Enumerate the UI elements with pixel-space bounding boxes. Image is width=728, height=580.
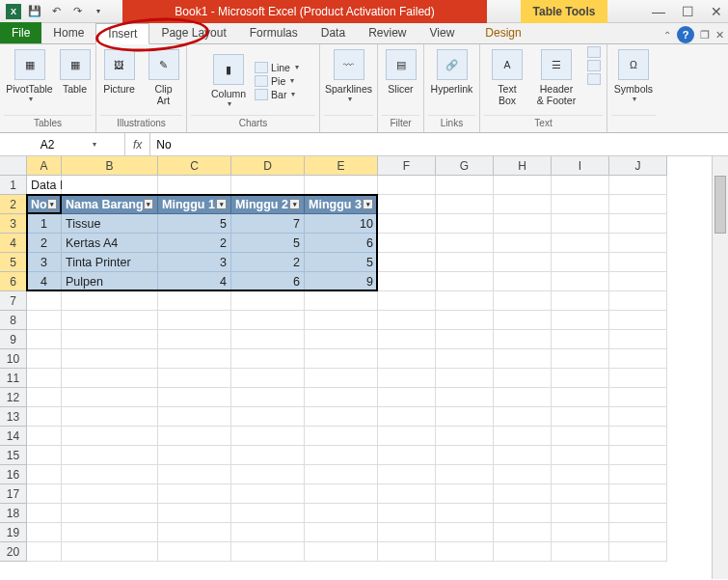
row-header-4[interactable]: 4 [0, 234, 27, 253]
cell-D11[interactable] [231, 369, 305, 388]
cell-E16[interactable] [305, 465, 378, 484]
cell-A16[interactable] [27, 465, 62, 484]
cell-I19[interactable] [552, 523, 609, 542]
qat-dropdown-icon[interactable]: ▾ [91, 4, 106, 19]
cell-F20[interactable] [378, 542, 436, 562]
cell-D9[interactable] [231, 330, 305, 349]
cell-G6[interactable] [436, 272, 494, 291]
cell-B12[interactable] [62, 388, 158, 407]
cell-E20[interactable] [305, 542, 378, 562]
cell-F19[interactable] [378, 523, 436, 542]
row-header-5[interactable]: 5 [0, 253, 27, 272]
row-header-12[interactable]: 12 [0, 388, 27, 407]
cell-C17[interactable] [158, 484, 231, 504]
column-header-E[interactable]: E [305, 156, 378, 176]
cell-C10[interactable] [158, 349, 231, 369]
bar-chart-button[interactable]: Bar▾ [255, 89, 299, 100]
cell-D18[interactable] [231, 504, 305, 523]
tab-file[interactable]: File [0, 22, 41, 43]
name-box-dropdown-icon[interactable]: ▾ [93, 140, 96, 149]
cell-B8[interactable] [62, 311, 158, 330]
cell-D3[interactable]: 7 [231, 214, 305, 234]
cell-E10[interactable] [305, 349, 378, 369]
cell-C16[interactable] [158, 465, 231, 484]
cell-G12[interactable] [436, 388, 494, 407]
cell-I13[interactable] [552, 407, 609, 427]
cell-I12[interactable] [552, 388, 609, 407]
tab-design[interactable]: Design [473, 22, 532, 43]
minimize-ribbon-icon[interactable]: ⌃ [663, 30, 671, 41]
cell-I7[interactable] [552, 291, 609, 311]
fx-icon[interactable]: fx [125, 133, 150, 155]
cell-G10[interactable] [436, 349, 494, 369]
row-header-20[interactable]: 20 [0, 542, 27, 562]
cell-C18[interactable] [158, 504, 231, 523]
pivot-table-button[interactable]: ▦PivotTable▾ [4, 46, 56, 106]
cell-I4[interactable] [552, 234, 609, 253]
cell-H6[interactable] [494, 272, 552, 291]
cell-B2[interactable]: Nama Barang▾ [62, 195, 158, 214]
cell-B6[interactable]: Pulpen [62, 272, 158, 291]
cell-H17[interactable] [494, 484, 552, 504]
cell-E8[interactable] [305, 311, 378, 330]
filter-dropdown-icon[interactable]: ▾ [47, 199, 57, 209]
hyperlink-button[interactable]: 🔗Hyperlink [426, 46, 478, 97]
cell-H1[interactable] [494, 176, 552, 195]
cell-J6[interactable] [609, 272, 667, 291]
row-header-14[interactable]: 14 [0, 427, 27, 446]
cell-B11[interactable] [62, 369, 158, 388]
cell-E19[interactable] [305, 523, 378, 542]
cell-E3[interactable]: 10 [305, 214, 378, 234]
cell-J2[interactable] [609, 195, 667, 214]
cell-F13[interactable] [378, 407, 436, 427]
cell-D16[interactable] [231, 465, 305, 484]
cell-F16[interactable] [378, 465, 436, 484]
help-icon[interactable]: ? [677, 26, 694, 43]
tab-review[interactable]: Review [357, 22, 418, 43]
cell-D14[interactable] [231, 427, 305, 446]
cell-B19[interactable] [62, 523, 158, 542]
pie-chart-button[interactable]: Pie▾ [255, 75, 299, 87]
cell-G13[interactable] [436, 407, 494, 427]
cell-F12[interactable] [378, 388, 436, 407]
maximize-button[interactable]: ☐ [680, 4, 695, 19]
cell-C15[interactable] [158, 446, 231, 465]
close-workbook-icon[interactable]: ✕ [715, 29, 724, 41]
cell-A1[interactable]: Data Pembelian [27, 176, 62, 195]
cell-G3[interactable] [436, 214, 494, 234]
cell-F11[interactable] [378, 369, 436, 388]
cell-E12[interactable] [305, 388, 378, 407]
cell-A15[interactable] [27, 446, 62, 465]
cell-D8[interactable] [231, 311, 305, 330]
cell-F18[interactable] [378, 504, 436, 523]
table-tools-tab[interactable]: Table Tools [521, 0, 607, 23]
cell-J17[interactable] [609, 484, 667, 504]
cell-F6[interactable] [378, 272, 436, 291]
cell-G4[interactable] [436, 234, 494, 253]
select-all-corner[interactable] [0, 156, 27, 176]
cell-A5[interactable]: 3 [27, 253, 62, 272]
row-header-6[interactable]: 6 [0, 272, 27, 291]
cell-H20[interactable] [494, 542, 552, 562]
cell-J18[interactable] [609, 504, 667, 523]
cell-J20[interactable] [609, 542, 667, 562]
cell-D17[interactable] [231, 484, 305, 504]
cell-C8[interactable] [158, 311, 231, 330]
row-header-17[interactable]: 17 [0, 484, 27, 504]
cell-G19[interactable] [436, 523, 494, 542]
column-chart-button[interactable]: ▮Column▾ [207, 51, 250, 111]
cell-G7[interactable] [436, 291, 494, 311]
window-restore-icon[interactable]: ❐ [700, 29, 710, 41]
cell-B1[interactable] [62, 176, 158, 195]
cell-D6[interactable]: 6 [231, 272, 305, 291]
cell-H2[interactable] [494, 195, 552, 214]
cell-I6[interactable] [552, 272, 609, 291]
cell-grid[interactable]: Data PembelianNo▾Nama Barang▾Minggu 1▾Mi… [27, 176, 667, 562]
cell-F2[interactable] [378, 195, 436, 214]
cell-C6[interactable]: 4 [158, 272, 231, 291]
cell-D1[interactable] [231, 176, 305, 195]
cell-J16[interactable] [609, 465, 667, 484]
textbox-button[interactable]: AText Box [486, 46, 528, 109]
cell-C4[interactable]: 2 [158, 234, 231, 253]
cell-G1[interactable] [436, 176, 494, 195]
